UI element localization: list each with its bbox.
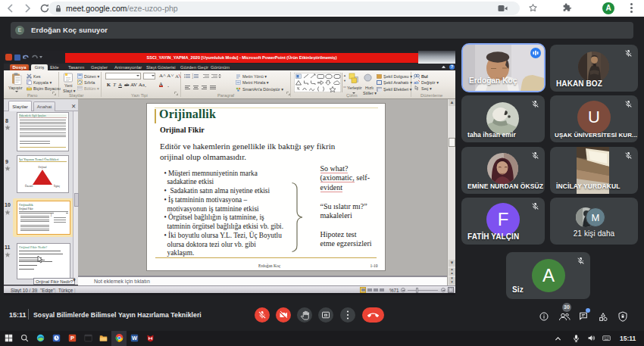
svg-text:W: W bbox=[132, 335, 138, 341]
svg-text:İlginç: İlginç bbox=[54, 184, 61, 188]
svg-text:ab: ab bbox=[414, 80, 419, 85]
svg-text:Orijinal: Orijinal bbox=[39, 166, 47, 169]
svg-text:2: 2 bbox=[192, 76, 194, 79]
svg-text:P: P bbox=[70, 335, 74, 341]
svg-text:Önemli: Önemli bbox=[25, 184, 33, 188]
svg-text:A: A bbox=[175, 73, 179, 79]
